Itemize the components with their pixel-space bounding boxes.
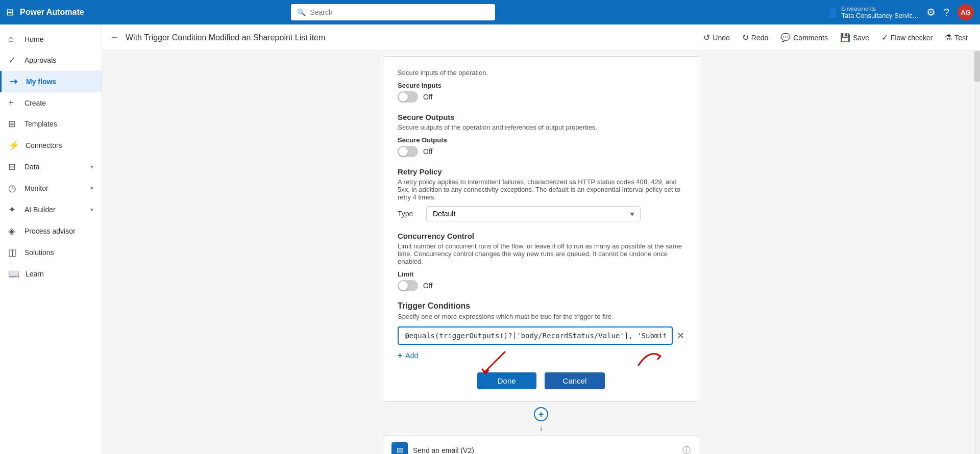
back-button[interactable]: ← — [110, 32, 119, 43]
help-icon[interactable]: ? — [944, 7, 949, 18]
app-name: Power Automate — [20, 8, 84, 17]
redo-icon: ↻ — [742, 33, 749, 42]
concurrency-section: Concurrency Control Limit number of conc… — [398, 232, 684, 291]
sidebar-label-monitor: Monitor — [24, 184, 48, 192]
secure-outputs-desc: Secure outputs of the operation and refe… — [398, 123, 684, 131]
env-text: Environments Tata Consultancy Servic... — [842, 6, 918, 19]
comments-button[interactable]: 💬 Comments — [776, 31, 832, 44]
flow-tile-info-icon[interactable]: ⓘ — [682, 445, 691, 455]
flow-tile-icon: ✉ — [391, 442, 408, 454]
data-icon: ⊟ — [8, 161, 18, 172]
sidebar-item-ai-builder[interactable]: ✦ AI Builder ▾ — [0, 199, 102, 220]
monitor-icon: ◷ — [8, 183, 18, 194]
trigger-conditions-section: Trigger Conditions Specify one or more e… — [398, 301, 684, 360]
sidebar-item-create[interactable]: + Create — [0, 92, 102, 113]
secure-inputs-label: Secure Inputs — [398, 82, 684, 89]
concurrency-limit-label: Limit — [398, 270, 684, 278]
sidebar-item-connectors[interactable]: ⚡ Connectors — [0, 135, 102, 156]
annotation-arrow — [464, 347, 525, 377]
concurrency-toggle[interactable] — [398, 280, 418, 291]
condition-input-row: ✕ — [398, 326, 684, 345]
sidebar-item-data[interactable]: ⊟ Data ▾ — [0, 156, 102, 178]
sidebar-item-monitor[interactable]: ◷ Monitor ▾ — [0, 178, 102, 199]
sidebar-label-solutions: Solutions — [24, 248, 54, 257]
home-icon: ⌂ — [8, 34, 18, 44]
cancel-button[interactable]: Cancel — [545, 372, 605, 389]
subheader: ← With Trigger Condition Modified an Sha… — [102, 24, 980, 51]
test-icon: ⚗ — [945, 33, 952, 42]
retry-policy-type-row: Type Default ▾ — [398, 206, 684, 221]
learn-icon: 📖 — [8, 268, 19, 280]
data-chevron-icon: ▾ — [90, 163, 93, 170]
undo-button[interactable]: ↺ Undo — [699, 31, 733, 44]
secure-inputs-toggle-row: Off — [398, 91, 684, 103]
sidebar-label-data: Data — [24, 163, 40, 171]
secure-inputs-knob — [399, 92, 408, 102]
trigger-conditions-title: Trigger Conditions — [398, 301, 684, 311]
env-label: Environments — [842, 6, 918, 12]
grid-icon[interactable]: ⊞ — [6, 7, 14, 18]
sidebar-label-templates: Templates — [24, 120, 57, 128]
secure-inputs-state: Off — [423, 93, 432, 101]
sidebar-item-process-advisor[interactable]: ◈ Process advisor — [0, 220, 102, 242]
secure-outputs-toggle[interactable] — [398, 146, 418, 157]
retry-type-dropdown[interactable]: Default ▾ — [426, 206, 641, 221]
process-advisor-icon: ◈ — [8, 225, 18, 237]
down-arrow: ↓ — [378, 423, 704, 433]
condition-input[interactable] — [398, 326, 673, 345]
search-input[interactable] — [310, 8, 489, 16]
sidebar-label-learn: Learn — [26, 270, 44, 278]
redo-button[interactable]: ↻ Redo — [738, 31, 772, 44]
flow-checker-icon: ✓ — [881, 33, 888, 42]
redo-label: Redo — [751, 34, 768, 42]
right-scrollbar[interactable] — [974, 51, 980, 454]
flow-checker-button[interactable]: ✓ Flow checker — [877, 31, 937, 44]
search-box[interactable]: 🔍 — [291, 4, 495, 20]
env-name: Tata Consultancy Servic... — [842, 12, 918, 19]
environment-info[interactable]: 👤 Environments Tata Consultancy Servic..… — [827, 6, 918, 19]
remove-condition-button[interactable]: ✕ — [677, 330, 684, 341]
action-buttons-container: Done Cancel — [398, 372, 684, 389]
flow-tile-name: Send an email (V2) — [413, 446, 474, 454]
secure-inputs-section: Secure inputs of the operation. Secure I… — [398, 69, 684, 103]
sidebar-item-approvals[interactable]: ✓ Approvals — [0, 49, 102, 71]
save-label: Save — [853, 34, 869, 42]
sidebar-item-my-flows[interactable]: ⇢ My flows — [0, 71, 102, 92]
avatar[interactable]: AG — [958, 4, 974, 20]
subheader-actions: ↺ Undo ↻ Redo 💬 Comments 💾 Save ✓ Flow c… — [699, 31, 972, 44]
secure-inputs-desc: Secure inputs of the operation. — [398, 69, 684, 77]
breadcrumb-title: With Trigger Condition Modified an Share… — [126, 33, 325, 42]
concurrency-state: Off — [423, 282, 432, 290]
app-logo: Power Automate — [20, 8, 122, 17]
sidebar-item-home[interactable]: ⌂ Home — [0, 29, 102, 49]
sidebar-item-solutions[interactable]: ◫ Solutions — [0, 242, 102, 263]
retry-policy-title: Retry Policy — [398, 167, 684, 176]
retry-type-value: Default — [433, 210, 455, 218]
concurrency-toggle-row: Off — [398, 280, 684, 291]
concurrency-knob — [399, 281, 408, 290]
comments-icon: 💬 — [780, 33, 791, 42]
secure-outputs-state: Off — [423, 147, 432, 156]
flow-tile[interactable]: ✉ Send an email (V2) ⓘ — [383, 436, 699, 454]
sidebar-label-my-flows: My flows — [26, 78, 56, 86]
sidebar-item-templates[interactable]: ⊞ Templates — [0, 113, 102, 135]
concurrency-desc: Limit number of concurrent runs of the f… — [398, 242, 684, 265]
concurrency-title: Concurrency Control — [398, 232, 684, 240]
add-condition-button[interactable]: + Add — [398, 351, 418, 360]
environment-icon: 👤 — [827, 7, 839, 18]
test-button[interactable]: ⚗ Test — [941, 31, 972, 44]
secure-inputs-toggle[interactable] — [398, 91, 418, 103]
sidebar-label-process-advisor: Process advisor — [24, 227, 76, 235]
sidebar-label-connectors: Connectors — [26, 141, 62, 149]
scrollbar-thumb — [974, 51, 980, 82]
topbar: ⊞ Power Automate 🔍 👤 Environments Tata C… — [0, 0, 980, 24]
sidebar-item-learn[interactable]: 📖 Learn — [0, 263, 102, 285]
secure-outputs-title: Secure Outputs — [398, 113, 684, 121]
comments-label: Comments — [793, 34, 828, 42]
save-button[interactable]: 💾 Save — [836, 31, 873, 44]
add-step-button[interactable]: + — [534, 407, 548, 421]
settings-icon[interactable]: ⚙ — [926, 6, 936, 18]
sidebar-label-create: Create — [24, 99, 46, 107]
ai-builder-chevron-icon: ▾ — [90, 206, 93, 213]
main-content: Secure inputs of the operation. Secure I… — [102, 51, 980, 454]
